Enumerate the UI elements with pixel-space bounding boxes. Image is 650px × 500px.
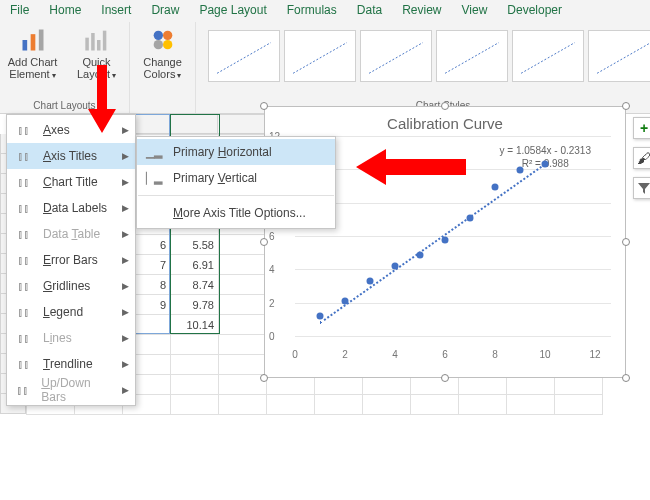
svg-point-10 bbox=[163, 40, 172, 49]
cell[interactable] bbox=[555, 395, 603, 415]
data-point[interactable] bbox=[517, 167, 524, 174]
svg-point-9 bbox=[153, 40, 162, 49]
menu-icon: ⫿⫿ bbox=[15, 202, 33, 214]
resize-handle[interactable] bbox=[260, 374, 268, 382]
data-point[interactable] bbox=[467, 214, 474, 221]
style-thumb[interactable] bbox=[436, 30, 508, 82]
style-thumb[interactable] bbox=[284, 30, 356, 82]
chart-elements-button[interactable]: + bbox=[633, 117, 650, 139]
submenu-arrow-icon: ▶ bbox=[122, 229, 129, 239]
cell[interactable] bbox=[171, 335, 219, 355]
tab-page-layout[interactable]: Page Layout bbox=[189, 0, 276, 22]
menu-axis-titles[interactable]: ⫿⫿Axis Titles▶ bbox=[7, 143, 135, 169]
tab-file[interactable]: File bbox=[0, 0, 39, 22]
cell[interactable] bbox=[219, 255, 267, 275]
cell[interactable] bbox=[267, 395, 315, 415]
cell[interactable] bbox=[459, 395, 507, 415]
menu-icon: ⫿⫿ bbox=[15, 306, 33, 318]
cell[interactable] bbox=[219, 355, 267, 375]
tab-insert[interactable]: Insert bbox=[91, 0, 141, 22]
cell[interactable]: 9.78 bbox=[171, 295, 219, 315]
svg-line-11 bbox=[217, 43, 271, 74]
cell[interactable]: 6.91 bbox=[171, 255, 219, 275]
tab-developer[interactable]: Developer bbox=[497, 0, 572, 22]
cell[interactable] bbox=[219, 335, 267, 355]
cell[interactable] bbox=[315, 395, 363, 415]
resize-handle[interactable] bbox=[622, 238, 630, 246]
cell[interactable] bbox=[219, 315, 267, 335]
ribbon-tabs: File Home Insert Draw Page Layout Formul… bbox=[0, 0, 650, 22]
submenu-arrow-icon: ▶ bbox=[122, 177, 129, 187]
chart-filters-button[interactable] bbox=[633, 177, 650, 199]
svg-line-14 bbox=[445, 43, 499, 74]
group-label-layouts: Chart Layouts bbox=[33, 100, 95, 111]
menu-legend[interactable]: ⫿⫿Legend▶ bbox=[7, 299, 135, 325]
x-tick-label: 10 bbox=[539, 349, 550, 360]
svg-rect-5 bbox=[97, 40, 101, 51]
resize-handle[interactable] bbox=[441, 374, 449, 382]
x-tick-label: 12 bbox=[589, 349, 600, 360]
resize-handle[interactable] bbox=[260, 238, 268, 246]
data-point[interactable] bbox=[542, 161, 549, 168]
cell[interactable]: 8.74 bbox=[171, 275, 219, 295]
svg-rect-3 bbox=[85, 38, 89, 51]
x-tick-label: 2 bbox=[342, 349, 348, 360]
menu-more-axis-title-options[interactable]: More Axis Title Options... bbox=[137, 200, 335, 226]
data-point[interactable] bbox=[317, 312, 324, 319]
tab-formulas[interactable]: Formulas bbox=[277, 0, 347, 22]
style-thumb[interactable] bbox=[588, 30, 650, 82]
menu-icon: ⫿⫿ bbox=[15, 124, 33, 136]
cell[interactable] bbox=[507, 395, 555, 415]
change-colors-button[interactable]: Change Colors▾ bbox=[136, 26, 190, 81]
menu-gridlines[interactable]: ⫿⫿Gridlines▶ bbox=[7, 273, 135, 299]
cell[interactable] bbox=[219, 295, 267, 315]
data-point[interactable] bbox=[492, 184, 499, 191]
style-thumb[interactable] bbox=[360, 30, 432, 82]
data-point[interactable] bbox=[342, 297, 349, 304]
cell[interactable] bbox=[171, 375, 219, 395]
cell[interactable] bbox=[171, 355, 219, 375]
chart-styles-gallery[interactable]: ▴▾▾ bbox=[204, 26, 650, 98]
svg-rect-1 bbox=[30, 34, 35, 50]
axis-titles-submenu: ▁▂ Primary Horizontal ▏▂ Primary Vertica… bbox=[136, 136, 336, 229]
submenu-arrow-icon: ▶ bbox=[122, 333, 129, 343]
menu-primary-horizontal[interactable]: ▁▂ Primary Horizontal bbox=[137, 139, 335, 165]
tab-data[interactable]: Data bbox=[347, 0, 392, 22]
chart-styles-button[interactable]: 🖌 bbox=[633, 147, 650, 169]
style-thumb[interactable] bbox=[512, 30, 584, 82]
cell[interactable]: 5.58 bbox=[171, 235, 219, 255]
tab-draw[interactable]: Draw bbox=[141, 0, 189, 22]
annotation-arrow-left bbox=[356, 145, 466, 189]
tab-review[interactable]: Review bbox=[392, 0, 451, 22]
cell[interactable] bbox=[363, 395, 411, 415]
resize-handle[interactable] bbox=[622, 374, 630, 382]
data-point[interactable] bbox=[442, 237, 449, 244]
menu-primary-vertical[interactable]: ▏▂ Primary Vertical bbox=[137, 165, 335, 191]
tab-home[interactable]: Home bbox=[39, 0, 91, 22]
cell[interactable] bbox=[171, 395, 219, 415]
resize-handle[interactable] bbox=[441, 102, 449, 110]
resize-handle[interactable] bbox=[260, 102, 268, 110]
data-point[interactable] bbox=[367, 277, 374, 284]
resize-handle[interactable] bbox=[622, 102, 630, 110]
svg-rect-0 bbox=[22, 40, 27, 51]
annotation-arrow-down bbox=[88, 65, 116, 133]
submenu-arrow-icon: ▶ bbox=[122, 385, 129, 395]
cell[interactable] bbox=[219, 275, 267, 295]
col-header[interactable] bbox=[122, 114, 218, 134]
cell[interactable] bbox=[219, 235, 267, 255]
style-thumb[interactable] bbox=[208, 30, 280, 82]
tab-view[interactable]: View bbox=[452, 0, 498, 22]
cell[interactable] bbox=[219, 395, 267, 415]
menu-data-labels[interactable]: ⫿⫿Data Labels▶ bbox=[7, 195, 135, 221]
menu-trendline[interactable]: ⫿⫿Trendline▶ bbox=[7, 351, 135, 377]
menu-error-bars[interactable]: ⫿⫿Error Bars▶ bbox=[7, 247, 135, 273]
add-chart-element-button[interactable]: Add Chart Element▾ bbox=[6, 26, 60, 81]
menu-chart-title[interactable]: ⫿⫿Chart Title▶ bbox=[7, 169, 135, 195]
data-point[interactable] bbox=[417, 252, 424, 259]
cell[interactable]: 10.14 bbox=[171, 315, 219, 335]
data-point[interactable] bbox=[392, 262, 399, 269]
chart-title[interactable]: Calibration Curve bbox=[265, 107, 625, 136]
cell[interactable] bbox=[411, 395, 459, 415]
y-tick-label: 4 bbox=[269, 264, 275, 275]
